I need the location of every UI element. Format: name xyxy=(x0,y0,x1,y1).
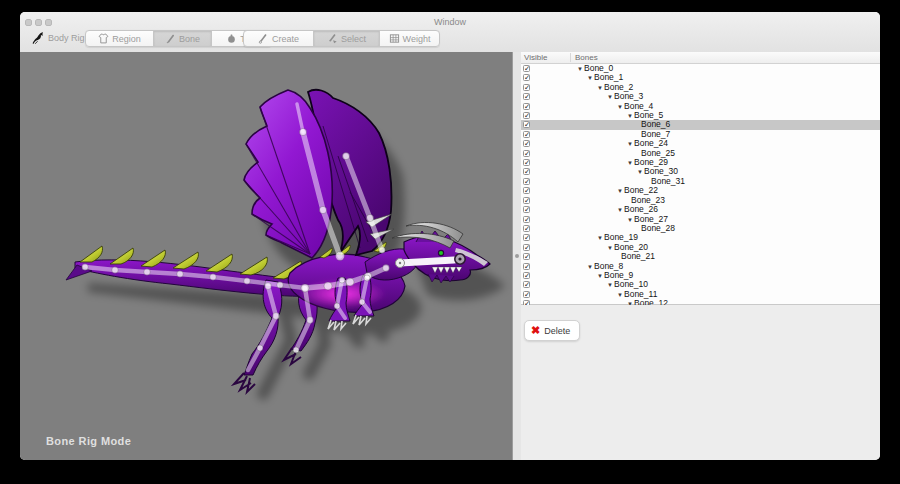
visible-checkbox[interactable]: ✓ xyxy=(523,281,530,288)
pen-select-icon xyxy=(327,33,338,44)
visible-checkbox[interactable]: ✓ xyxy=(523,225,530,232)
bones-panel: Visible Bones ✓▼Bone_0✓▼Bone_1✓▼Bone_2✓▼… xyxy=(521,52,880,460)
tree-row-bone_4[interactable]: ✓▼Bone_4 xyxy=(521,102,880,111)
visible-checkbox[interactable]: ✓ xyxy=(523,159,530,166)
bone-name-label: Bone_28 xyxy=(641,223,675,233)
visible-checkbox[interactable]: ✓ xyxy=(523,291,530,298)
tree-row-bone_31[interactable]: ✓Bone_31 xyxy=(521,177,880,186)
tree-row-bone_0[interactable]: ✓▼Bone_0 xyxy=(521,64,880,73)
pen-create-icon xyxy=(258,33,269,44)
column-header-bones: Bones xyxy=(575,53,598,62)
tree-row-bone_25[interactable]: ✓Bone_25 xyxy=(521,149,880,158)
bird-quill-icon xyxy=(30,30,45,45)
segment-region-label: Region xyxy=(112,34,141,44)
tree-row-bone_24[interactable]: ✓▼Bone_24 xyxy=(521,139,880,148)
delete-button-label: Delete xyxy=(544,326,570,336)
tree-row-bone_19[interactable]: ✓▼Bone_19 xyxy=(521,233,880,242)
delete-button[interactable]: ✖ Delete xyxy=(524,320,580,341)
tree-row-bone_20[interactable]: ✓▼Bone_20 xyxy=(521,243,880,252)
segment-weight[interactable]: Weight xyxy=(380,31,439,46)
bone-name-label: Bone_12 xyxy=(634,298,668,305)
visible-checkbox[interactable]: ✓ xyxy=(523,216,530,223)
visible-checkbox[interactable]: ✓ xyxy=(523,244,530,251)
tree-row-bone_1[interactable]: ✓▼Bone_1 xyxy=(521,73,880,82)
visible-checkbox[interactable]: ✓ xyxy=(523,65,530,72)
segment-region[interactable]: Region xyxy=(86,31,154,46)
visible-checkbox[interactable]: ✓ xyxy=(523,103,530,110)
app-window: Window Body Rig Region xyxy=(20,12,880,460)
visible-checkbox[interactable]: ✓ xyxy=(523,300,530,305)
dragon-eye xyxy=(439,251,443,255)
tree-row-bone_28[interactable]: ✓Bone_28 xyxy=(521,224,880,233)
visible-checkbox[interactable]: ✓ xyxy=(523,263,530,270)
tree-row-bone_30[interactable]: ✓▼Bone_30 xyxy=(521,167,880,176)
visible-checkbox[interactable]: ✓ xyxy=(523,74,530,81)
tree-row-bone_7[interactable]: ✓Bone_7 xyxy=(521,130,880,139)
tree-row-bone_21[interactable]: ✓Bone_21 xyxy=(521,252,880,261)
visible-checkbox[interactable]: ✓ xyxy=(523,84,530,91)
segment-select-label: Select xyxy=(341,34,366,44)
visible-checkbox[interactable]: ✓ xyxy=(523,206,530,213)
visible-checkbox[interactable]: ✓ xyxy=(523,121,530,128)
mode-status-label: Bone Rig Mode xyxy=(46,435,131,447)
visible-checkbox[interactable]: ✓ xyxy=(523,178,530,185)
visible-checkbox[interactable]: ✓ xyxy=(523,253,530,260)
window-title: Window xyxy=(20,17,880,27)
selected-joint-ring[interactable] xyxy=(455,254,465,264)
tree-row-bone_29[interactable]: ✓▼Bone_29 xyxy=(521,158,880,167)
tree-row-bone_8[interactable]: ✓▼Bone_8 xyxy=(521,262,880,271)
visible-checkbox[interactable]: ✓ xyxy=(523,168,530,175)
segment-bone-label: Bone xyxy=(179,34,200,44)
tree-row-bone_2[interactable]: ✓▼Bone_2 xyxy=(521,83,880,92)
column-header-visible: Visible xyxy=(524,53,547,62)
visible-checkbox[interactable]: ✓ xyxy=(523,187,530,194)
segment-weight-label: Weight xyxy=(403,34,431,44)
visible-checkbox[interactable]: ✓ xyxy=(523,234,530,241)
bone-name-label: Bone_21 xyxy=(621,251,655,261)
segment-select[interactable]: Select xyxy=(314,31,380,46)
column-separator xyxy=(570,53,571,62)
panel-splitter[interactable] xyxy=(512,52,521,460)
visible-checkbox[interactable]: ✓ xyxy=(523,131,530,138)
pot-icon xyxy=(226,33,237,44)
tool-segmented-control: Create Select Weight xyxy=(243,30,440,47)
tree-row-bone_11[interactable]: ✓▼Bone_11 xyxy=(521,290,880,299)
dragon-sprite xyxy=(20,52,512,460)
disclosure-triangle-icon[interactable]: ▼ xyxy=(627,300,634,305)
tree-row-bone_3[interactable]: ✓▼Bone_3 xyxy=(521,92,880,101)
tree-row-bone_6[interactable]: ✓Bone_6 xyxy=(521,120,880,129)
dragon-artwork xyxy=(66,90,490,392)
bone-tree[interactable]: Visible Bones ✓▼Bone_0✓▼Bone_1✓▼Bone_2✓▼… xyxy=(521,52,880,305)
red-x-icon: ✖ xyxy=(531,324,540,337)
tree-row-bone_5[interactable]: ✓▼Bone_5 xyxy=(521,111,880,120)
shirt-icon xyxy=(98,33,109,44)
visible-checkbox[interactable]: ✓ xyxy=(523,112,530,119)
tree-row-bone_23[interactable]: ✓Bone_23 xyxy=(521,196,880,205)
body-rig-button[interactable]: Body Rig xyxy=(30,30,85,45)
segment-create[interactable]: Create xyxy=(244,31,314,46)
tree-row-bone_10[interactable]: ✓▼Bone_10 xyxy=(521,280,880,289)
titlebar-toolbar: Window Body Rig Region xyxy=(20,12,880,53)
visible-checkbox[interactable]: ✓ xyxy=(523,197,530,204)
segment-create-label: Create xyxy=(272,34,299,44)
visible-checkbox[interactable]: ✓ xyxy=(523,272,530,279)
body-rig-label: Body Rig xyxy=(48,33,85,43)
visible-checkbox[interactable]: ✓ xyxy=(523,140,530,147)
bone-tree-rows: ✓▼Bone_0✓▼Bone_1✓▼Bone_2✓▼Bone_3✓▼Bone_4… xyxy=(521,64,880,305)
visible-checkbox[interactable]: ✓ xyxy=(523,93,530,100)
tree-row-bone_12[interactable]: ✓▼Bone_12 xyxy=(521,299,880,305)
visible-checkbox[interactable]: ✓ xyxy=(523,150,530,157)
rig-canvas[interactable]: Bone Rig Mode xyxy=(20,52,512,460)
segment-bone[interactable]: Bone xyxy=(154,31,212,46)
tree-row-bone_9[interactable]: ✓▼Bone_9 xyxy=(521,271,880,280)
bone-tree-header: Visible Bones xyxy=(521,52,880,64)
tree-row-bone_22[interactable]: ✓▼Bone_22 xyxy=(521,186,880,195)
tree-row-bone_26[interactable]: ✓▼Bone_26 xyxy=(521,205,880,214)
tree-row-bone_27[interactable]: ✓▼Bone_27 xyxy=(521,215,880,224)
grid-icon xyxy=(389,33,400,44)
pen-icon xyxy=(165,33,176,44)
splitter-grip-icon xyxy=(515,254,519,258)
